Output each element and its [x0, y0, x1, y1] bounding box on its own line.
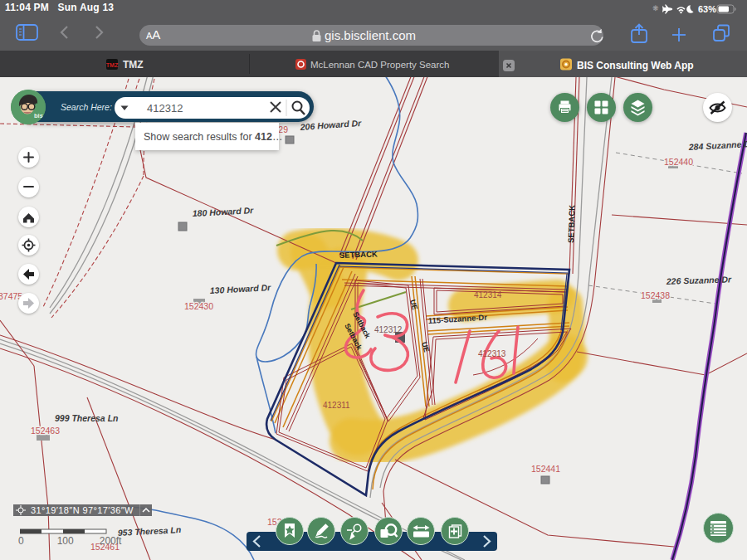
svg-text:152463: 152463 — [31, 426, 60, 436]
svg-text:412314: 412314 — [474, 290, 502, 299]
svg-text:BIS Consulting Web App: BIS Consulting Web App — [577, 60, 694, 71]
svg-text:412311: 412311 — [323, 401, 350, 410]
svg-text:152438: 152438 — [641, 290, 670, 300]
svg-text:412312: 412312 — [374, 325, 403, 334]
svg-text:152441: 152441 — [531, 464, 560, 474]
svg-text:SETBACK: SETBACK — [339, 249, 378, 260]
svg-text:McLennan CAD Property Search: McLennan CAD Property Search — [310, 60, 449, 70]
svg-text:TMZ: TMZ — [106, 62, 119, 68]
svg-text:152430: 152430 — [184, 301, 213, 311]
svg-text:152440: 152440 — [664, 157, 693, 167]
svg-text:SETBACK: SETBACK — [566, 205, 577, 243]
svg-text:❋: ❋ — [652, 4, 659, 12]
svg-text:63%: 63% — [698, 4, 716, 14]
svg-text:TMZ: TMZ — [123, 59, 144, 71]
svg-text:412313: 412313 — [478, 349, 506, 358]
svg-text:999 Theresa Ln: 999 Theresa Ln — [55, 413, 118, 423]
